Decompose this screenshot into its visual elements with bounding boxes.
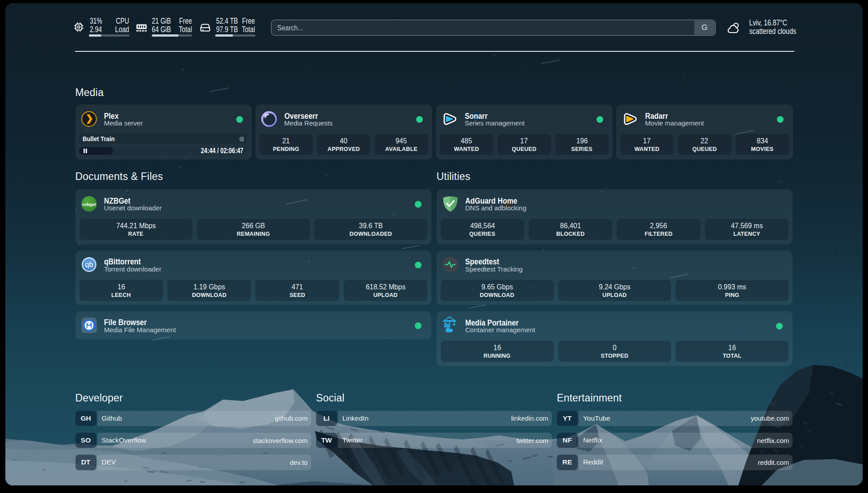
svg-text:qb: qb [85, 261, 93, 268]
svg-text:nzbget: nzbget [82, 201, 96, 206]
